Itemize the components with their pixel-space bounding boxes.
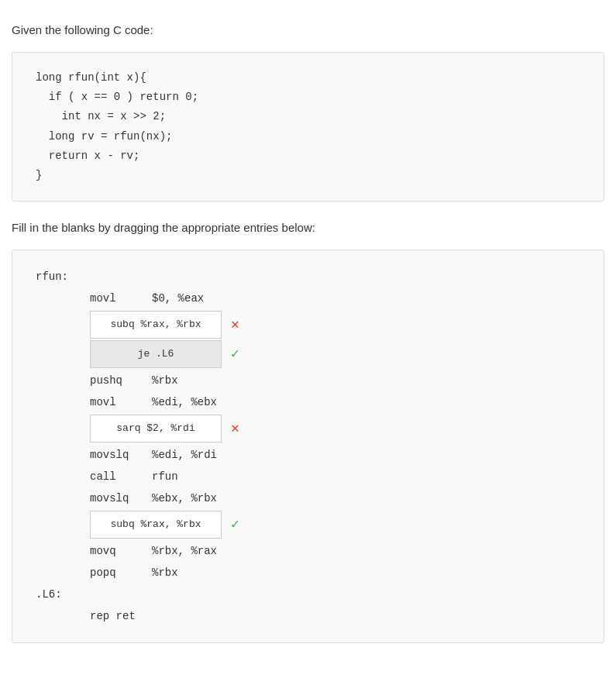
assembly-block: rfun: movl $0, %eax subq %rax, %rbx ✕ je…: [12, 250, 604, 643]
asm-line-movl-0: movl $0, %eax: [36, 288, 580, 309]
asm-line-movslq-1: movslq %edi, %rdi: [36, 444, 580, 466]
asm-line-movl-edi: movl %edi, %ebx: [36, 391, 580, 413]
c-code-line: }: [36, 166, 580, 185]
drag-box-subq-1[interactable]: subq %rax, %rbx: [90, 311, 222, 339]
correct-icon-2: ✓: [231, 511, 239, 539]
asm-line-movslq-2: movslq %ebx, %rbx: [36, 487, 580, 509]
c-code-line: int nx = x >> 2;: [36, 107, 580, 126]
asm-line-pushq: pushq %rbx: [36, 370, 580, 391]
drag-box-subq-2[interactable]: subq %rax, %rbx: [90, 511, 222, 539]
asm-label-rfun: rfun:: [36, 266, 580, 288]
asm-line-popq: popq %rbx: [36, 562, 580, 584]
asm-drag-row-4[interactable]: subq %rax, %rbx ✓: [36, 511, 580, 539]
c-code-block: long rfun(int x){ if ( x == 0 ) return 0…: [12, 52, 604, 201]
correct-icon-1: ✓: [231, 340, 239, 368]
asm-drag-row-2[interactable]: je .L6 ✓: [36, 340, 580, 368]
asm-line-call: call rfun: [36, 466, 580, 487]
question-intro: Given the following C code:: [8, 15, 608, 48]
asm-drag-row-3[interactable]: sarq $2, %rdi ✕: [36, 415, 580, 443]
asm-drag-row-1[interactable]: subq %rax, %rbx ✕: [36, 311, 580, 339]
c-code-line: long rfun(int x){: [36, 68, 580, 88]
c-code-line: if ( x == 0 ) return 0;: [36, 88, 580, 107]
asm-label-l6: .L6:: [36, 584, 580, 605]
drag-box-sarq[interactable]: sarq $2, %rdi: [90, 415, 222, 443]
drag-box-je-l6[interactable]: je .L6: [90, 340, 222, 368]
fill-in-instruction: Fill in the blanks by dragging the appro…: [8, 213, 608, 246]
c-code-line: return x - rv;: [36, 146, 580, 166]
wrong-icon-1: ✕: [231, 311, 239, 339]
asm-line-rep-ret: rep ret: [36, 605, 580, 627]
c-code-line: long rv = rfun(nx);: [36, 127, 580, 146]
asm-line-movq: movq %rbx, %rax: [36, 540, 580, 562]
wrong-icon-2: ✕: [231, 415, 239, 443]
